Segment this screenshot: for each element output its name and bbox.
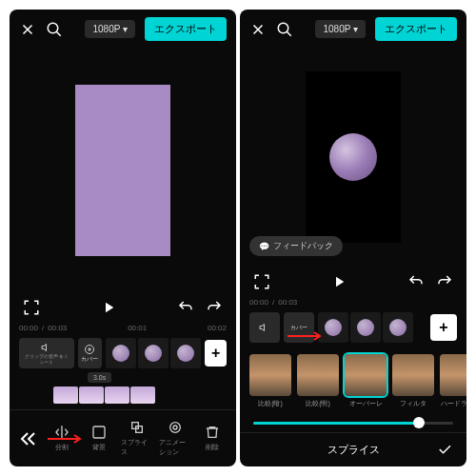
blend-filter[interactable]: フィルタ	[392, 354, 434, 408]
moon-image	[329, 133, 377, 181]
export-button[interactable]: エクスポート	[375, 17, 457, 41]
redo-icon[interactable]	[206, 299, 223, 316]
canvas[interactable]	[306, 71, 401, 243]
svg-point-5	[169, 423, 180, 433]
preview-area	[10, 49, 236, 291]
nav-animation[interactable]: アニメーション	[159, 420, 191, 457]
svg-point-7	[278, 23, 288, 33]
add-clip-button[interactable]: +	[205, 340, 227, 367]
canvas[interactable]	[75, 85, 170, 256]
clip-thumb[interactable]	[106, 338, 136, 368]
add-clip-button[interactable]: +	[430, 314, 457, 341]
panel-title: スプライス	[327, 443, 380, 457]
clip-track[interactable]	[106, 338, 201, 368]
clip-thumb[interactable]	[170, 338, 201, 368]
svg-rect-2	[93, 426, 105, 438]
close-icon[interactable]	[19, 21, 36, 38]
blend-darken[interactable]: 比較(暗)	[249, 354, 291, 408]
confirm-icon[interactable]	[436, 441, 453, 460]
undo-icon[interactable]	[407, 273, 425, 290]
clip-thumb[interactable]	[383, 312, 413, 343]
intensity-slider[interactable]	[253, 422, 453, 425]
nav-delete[interactable]: 削除	[196, 425, 228, 452]
blend-lighten[interactable]: 比較(明)	[297, 354, 339, 408]
fullscreen-icon[interactable]	[23, 299, 40, 316]
close-icon[interactable]	[249, 21, 267, 38]
export-button[interactable]: エクスポート	[145, 17, 227, 41]
time-total: 00:03	[48, 324, 67, 332]
time-total: 00:03	[278, 298, 297, 307]
svg-point-0	[48, 23, 58, 33]
undo-icon[interactable]	[177, 299, 194, 316]
duration-tag: 3.0s	[88, 372, 111, 383]
cover-button[interactable]: カバー	[78, 338, 103, 368]
nav-background[interactable]: 背景	[84, 425, 116, 452]
fullscreen-icon[interactable]	[253, 273, 270, 290]
blend-overlay[interactable]: オーバーレ	[345, 354, 387, 408]
clip-thumb[interactable]	[350, 312, 381, 343]
mute-button[interactable]: クリップの音声 をミュート	[19, 338, 74, 368]
resolution-select[interactable]: 1080P ▾	[315, 20, 366, 38]
preview-area: 💬 フィードバック	[240, 49, 466, 266]
blend-modes: 比較(暗) 比較(明) オーバーレ フィルタ ハードライト	[240, 348, 466, 414]
redo-icon[interactable]	[436, 273, 453, 290]
feedback-button[interactable]: 💬 フィードバック	[249, 236, 343, 256]
nav-splice[interactable]: スプライス	[121, 420, 153, 457]
play-icon[interactable]	[100, 299, 117, 316]
back-icon[interactable]	[17, 427, 40, 450]
time-current: 00:00	[249, 298, 268, 307]
svg-point-6	[173, 426, 177, 429]
clip-thumb[interactable]	[138, 338, 169, 368]
resolution-select[interactable]: 1080P ▾	[85, 20, 135, 38]
tutorial-arrow	[48, 434, 86, 444]
time-current: 00:00	[19, 324, 38, 332]
clip-track[interactable]	[318, 312, 426, 343]
blend-hardlight[interactable]: ハードライト	[440, 354, 466, 408]
search-icon[interactable]	[46, 21, 63, 38]
time-sep: /	[42, 324, 44, 332]
mute-button[interactable]	[249, 312, 280, 343]
tutorial-arrow	[288, 331, 326, 341]
play-icon[interactable]	[330, 273, 347, 290]
overlay-track[interactable]	[53, 387, 227, 404]
search-icon[interactable]	[276, 21, 293, 38]
